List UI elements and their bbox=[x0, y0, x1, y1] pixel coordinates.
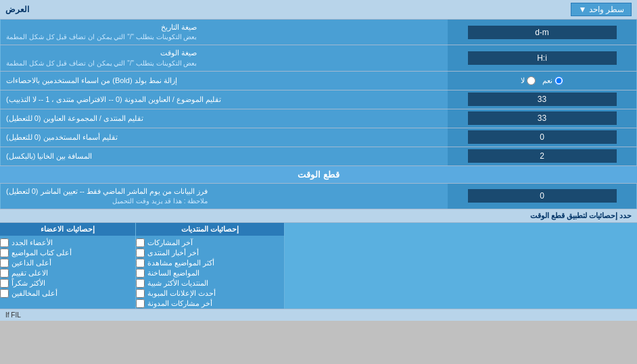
col1-header: إحصائيات المنتديات bbox=[136, 223, 284, 236]
time-cut-input-wrapper bbox=[448, 184, 637, 209]
username-trim-label: تقليم أسماء المستخدمين (0 للتعطيل) bbox=[0, 128, 448, 147]
radio-no-label[interactable]: لا bbox=[521, 76, 536, 85]
stats-limit-label: حدد إحصائيات لتطبيق قطع الوقت bbox=[0, 209, 637, 223]
col-spacing-label: المسافة بين الخانيا (بالبكسل) bbox=[0, 147, 448, 165]
forum-trim-input-wrapper bbox=[448, 109, 637, 128]
checkbox-item[interactable] bbox=[136, 289, 145, 298]
radio-yes-label[interactable]: نعم bbox=[542, 76, 563, 85]
radio-yes[interactable] bbox=[555, 76, 563, 85]
subject-trim-input[interactable] bbox=[468, 93, 617, 106]
forum-trim-input[interactable] bbox=[468, 111, 617, 125]
list-item: أعلى كتاب المواضيع bbox=[0, 248, 135, 258]
subject-trim-input-wrapper bbox=[448, 90, 637, 109]
col1-items-list: آخر المشاركاتأخر أخبار المنتدىأكثر الموا… bbox=[136, 238, 284, 309]
time-cut-input[interactable] bbox=[468, 189, 617, 203]
date-format-label: صيغة التاريخ بعض التكوينات يتطلب "/" الت… bbox=[0, 20, 448, 45]
list-item: أخر أخبار المنتدى bbox=[136, 248, 284, 258]
time-cut-label: فرز البيانات من يوم الماشر الماضي فقط --… bbox=[0, 184, 448, 209]
subject-trim-label: تقليم الموضوع / العناوين المدونة (0 -- ا… bbox=[0, 90, 448, 109]
list-item: المنتديات الأكثر شبية bbox=[136, 278, 284, 288]
bold-radio-group: نعم لا bbox=[521, 76, 563, 85]
list-item: أعلى الداعين bbox=[0, 258, 135, 268]
list-item: الاعلى تقييم bbox=[0, 268, 135, 278]
display-dropdown[interactable]: سطر واحد ▼ bbox=[571, 3, 632, 16]
col-spacing-input-wrapper bbox=[448, 147, 637, 165]
username-trim-input-wrapper bbox=[448, 128, 637, 147]
time-format-input-wrapper bbox=[448, 45, 637, 70]
bold-remove-label: إزالة نمط بولد (Bold) من اسماء المستخدمي… bbox=[0, 72, 448, 90]
dropdown-label: سطر واحد bbox=[589, 5, 624, 14]
list-item: أحدث الإعلانات المبوبة bbox=[136, 288, 284, 298]
time-format-label: صيغة الوقت بعض التكوينات يتطلب "/" التي … bbox=[0, 45, 448, 70]
checkbox-item[interactable] bbox=[0, 259, 9, 267]
checkbox-item[interactable] bbox=[0, 279, 9, 288]
date-format-input-wrapper bbox=[448, 20, 637, 45]
username-trim-input[interactable] bbox=[468, 130, 617, 144]
radio-no[interactable] bbox=[527, 76, 536, 85]
date-format-input[interactable] bbox=[468, 26, 617, 39]
list-item: الأعضاء الجدد bbox=[0, 238, 135, 248]
checkbox-item[interactable] bbox=[136, 299, 145, 308]
list-item: آخر المشاركات bbox=[136, 238, 284, 248]
col2-items-list: الأعضاء الجددأعلى كتاب المواضيعأعلى الدا… bbox=[0, 238, 135, 298]
bold-remove-input-wrapper: نعم لا bbox=[448, 72, 637, 90]
checkbox-item[interactable] bbox=[0, 238, 9, 247]
checkbox-item[interactable] bbox=[136, 279, 145, 288]
checkbox-item[interactable] bbox=[136, 249, 145, 257]
time-format-input[interactable] bbox=[468, 51, 617, 65]
list-item: أخر مشاركات المدونة bbox=[136, 298, 284, 309]
time-cut-header: قطع الوقت bbox=[0, 166, 637, 184]
footer-note: If FIL bbox=[0, 309, 637, 321]
list-item: أكثر المواضيع مشاهدة bbox=[136, 258, 284, 268]
checkbox-item[interactable] bbox=[0, 289, 9, 298]
checkbox-item[interactable] bbox=[0, 269, 9, 278]
list-item: المواضيع الساخنة bbox=[136, 268, 284, 278]
checkbox-item[interactable] bbox=[136, 238, 145, 247]
checkbox-item[interactable] bbox=[136, 269, 145, 278]
checkbox-item[interactable] bbox=[0, 249, 9, 257]
list-item: أعلى المخالفين bbox=[0, 288, 135, 298]
section-title: العرض bbox=[5, 5, 29, 14]
col-spacing-input[interactable] bbox=[468, 149, 617, 163]
col1-checkboxes: إحصائيات المنتديات آخر المشاركاتأخر أخبا… bbox=[135, 223, 284, 309]
list-item: الأكثر شكراً bbox=[0, 278, 135, 288]
checkbox-item[interactable] bbox=[136, 259, 145, 267]
col2-header: إحصائيات الاعضاء bbox=[0, 223, 135, 236]
col2-checkboxes: إحصائيات الاعضاء الأعضاء الجددأعلى كتاب … bbox=[0, 223, 135, 309]
forum-trim-label: تقليم المنتدى / المجموعة العناوين (0 للت… bbox=[0, 109, 448, 128]
